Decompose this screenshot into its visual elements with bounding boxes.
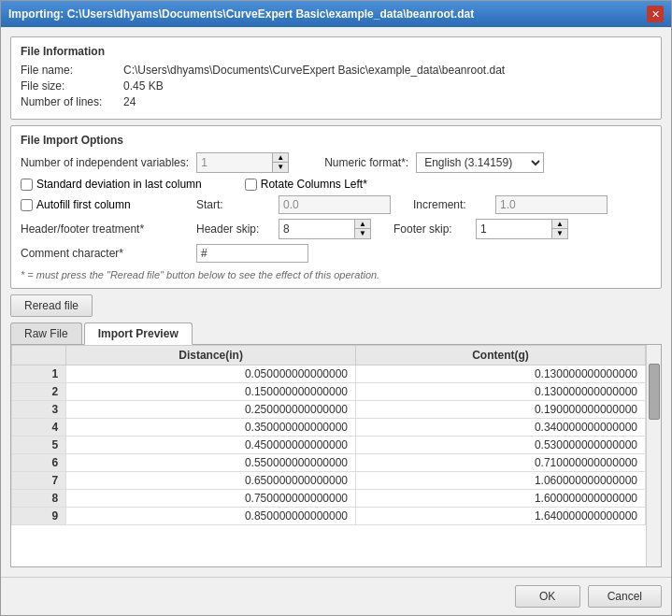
distance-cell: 0.650000000000000 xyxy=(66,472,356,490)
row-num-cell: 1 xyxy=(12,365,66,383)
autofill-label: Autofill first column xyxy=(36,198,131,211)
numeric-format-dropdown[interactable]: English (3.14159) European (3,14159) xyxy=(416,152,544,173)
col-header-distance: Distance(in) xyxy=(66,346,356,365)
cancel-button[interactable]: Cancel xyxy=(588,585,662,608)
options-row-3: Autofill first column Start: 0.0 Increme… xyxy=(21,195,651,214)
header-footer-label: Header/footer treatment* xyxy=(21,222,189,236)
num-lines-value: 24 xyxy=(123,95,136,108)
row-num-cell: 9 xyxy=(12,508,66,525)
tab-import-preview[interactable]: Import Preview xyxy=(84,322,193,345)
main-content: File Information File name: C:\Users\dhy… xyxy=(1,27,671,577)
scrollbar[interactable] xyxy=(646,345,661,566)
file-size-label: File size: xyxy=(21,79,123,93)
table-row: 9 0.850000000000000 1.640000000000000 xyxy=(12,508,646,525)
comment-char-input[interactable]: # xyxy=(196,244,308,263)
row-num-cell: 4 xyxy=(12,419,66,437)
tab-content: Distance(in) Content(g) 1 0.050000000000… xyxy=(10,345,662,567)
options-grid: Number of independent variables: 1 ▲ ▼ N… xyxy=(21,152,651,280)
num-lines-label: Number of lines: xyxy=(21,95,123,108)
rotate-cols-checkbox-label[interactable]: Rotate Columns Left* xyxy=(245,178,367,191)
footer-skip-label: Footer skip: xyxy=(393,222,468,236)
distance-cell: 0.150000000000000 xyxy=(66,383,356,401)
window-title: Importing: C:\Users\dhyams\Documents\Cur… xyxy=(8,7,474,21)
bottom-bar: OK Cancel xyxy=(1,577,671,615)
rotate-cols-label: Rotate Columns Left* xyxy=(261,178,367,191)
header-skip-arrows: ▲ ▼ xyxy=(354,220,370,238)
autofill-checkbox-label[interactable]: Autofill first column xyxy=(21,198,189,211)
std-dev-checkbox[interactable] xyxy=(21,179,33,191)
comment-char-label: Comment character* xyxy=(21,247,189,260)
tab-bar: Raw File Import Preview xyxy=(10,322,662,345)
options-note: * = must press the "Reread file" button … xyxy=(21,269,651,280)
file-name-label: File name: xyxy=(21,64,123,77)
table-row: 8 0.750000000000000 1.600000000000000 xyxy=(12,490,646,508)
num-vars-spinbox: 1 ▲ ▼ xyxy=(196,152,289,173)
row-num-cell: 8 xyxy=(12,490,66,508)
distance-cell: 0.450000000000000 xyxy=(66,437,356,454)
table-row: 2 0.150000000000000 0.130000000000000 xyxy=(12,383,646,401)
tabs-container: Raw File Import Preview Distance(in) Con… xyxy=(10,322,662,567)
col-header-content: Content(g) xyxy=(356,346,646,365)
table-row: 3 0.250000000000000 0.190000000000000 xyxy=(12,401,646,419)
table-row: 7 0.650000000000000 1.060000000000000 xyxy=(12,472,646,490)
table-row: 4 0.350000000000000 0.340000000000000 xyxy=(12,419,646,437)
distance-cell: 0.850000000000000 xyxy=(66,508,356,525)
footer-skip-up-arrow[interactable]: ▲ xyxy=(552,220,567,229)
content-cell: 1.640000000000000 xyxy=(356,508,646,525)
start-input[interactable]: 0.0 xyxy=(279,195,391,214)
scrollbar-thumb[interactable] xyxy=(649,364,660,420)
distance-cell: 0.050000000000000 xyxy=(66,365,356,383)
autofill-checkbox[interactable] xyxy=(21,199,33,211)
num-vars-arrows: ▲ ▼ xyxy=(272,153,288,172)
row-num-cell: 6 xyxy=(12,454,66,472)
data-table: Distance(in) Content(g) 1 0.050000000000… xyxy=(11,345,646,525)
footer-skip-down-arrow[interactable]: ▼ xyxy=(552,229,567,238)
import-options-title: File Import Options xyxy=(21,134,651,147)
header-skip-input[interactable]: 8 xyxy=(279,221,354,237)
footer-skip-spinbox: 1 ▲ ▼ xyxy=(476,219,568,239)
tab-raw-file[interactable]: Raw File xyxy=(10,322,82,344)
content-cell: 1.060000000000000 xyxy=(356,472,646,490)
num-vars-input[interactable]: 1 xyxy=(197,154,272,171)
increment-input[interactable]: 1.0 xyxy=(495,195,608,214)
distance-cell: 0.750000000000000 xyxy=(66,490,356,508)
file-size-value: 0.45 KB xyxy=(123,79,164,93)
header-skip-label: Header skip: xyxy=(196,222,271,236)
header-skip-spinbox: 8 ▲ ▼ xyxy=(279,219,371,239)
num-vars-label: Number of independent variables: xyxy=(21,156,189,169)
row-num-cell: 2 xyxy=(12,383,66,401)
file-info-title: File Information xyxy=(21,45,651,58)
table-header-row: Distance(in) Content(g) xyxy=(12,346,646,365)
row-num-cell: 7 xyxy=(12,472,66,490)
options-row-4: Header/footer treatment* Header skip: 8 … xyxy=(21,219,651,239)
col-header-row-num xyxy=(12,346,66,365)
file-size-row: File size: 0.45 KB xyxy=(21,79,651,93)
close-button[interactable]: ✕ xyxy=(647,6,664,22)
num-lines-row: Number of lines: 24 xyxy=(21,95,651,108)
num-vars-up-arrow[interactable]: ▲ xyxy=(273,153,288,163)
file-name-row: File name: C:\Users\dhyams\Documents\Cur… xyxy=(21,64,651,77)
reread-file-button[interactable]: Reread file xyxy=(10,294,93,317)
table-row: 6 0.550000000000000 0.710000000000000 xyxy=(12,454,646,472)
distance-cell: 0.350000000000000 xyxy=(66,419,356,437)
std-dev-checkbox-label[interactable]: Standard deviation in last column xyxy=(21,178,202,191)
distance-cell: 0.550000000000000 xyxy=(66,454,356,472)
std-dev-label: Standard deviation in last column xyxy=(36,178,202,191)
content-cell: 0.340000000000000 xyxy=(356,419,646,437)
content-cell: 0.130000000000000 xyxy=(356,365,646,383)
footer-skip-input[interactable]: 1 xyxy=(477,221,551,237)
content-cell: 0.130000000000000 xyxy=(356,383,646,401)
options-row-2: Standard deviation in last column Rotate… xyxy=(21,178,651,191)
ok-button[interactable]: OK xyxy=(515,585,580,608)
num-vars-down-arrow[interactable]: ▼ xyxy=(273,163,288,172)
main-window: Importing: C:\Users\dhyams\Documents\Cur… xyxy=(0,0,672,616)
table-row: 5 0.450000000000000 0.530000000000000 xyxy=(12,437,646,454)
content-cell: 0.190000000000000 xyxy=(356,401,646,419)
table-row: 1 0.050000000000000 0.130000000000000 xyxy=(12,365,646,383)
data-table-wrapper[interactable]: Distance(in) Content(g) 1 0.050000000000… xyxy=(11,345,646,566)
header-skip-up-arrow[interactable]: ▲ xyxy=(355,220,370,229)
rotate-cols-checkbox[interactable] xyxy=(245,179,257,191)
row-num-cell: 5 xyxy=(12,437,66,454)
options-row-1: Number of independent variables: 1 ▲ ▼ N… xyxy=(21,152,651,173)
header-skip-down-arrow[interactable]: ▼ xyxy=(355,229,370,238)
